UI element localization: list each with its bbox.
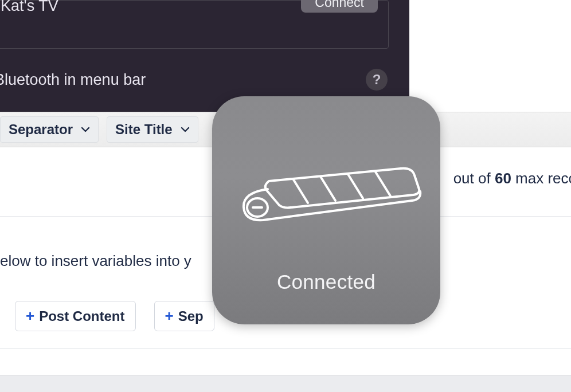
instruction-fragment: elow to insert variables into y	[0, 252, 191, 270]
max-records-value: 60	[495, 170, 511, 187]
max-records-fragment: out of 60 max reco	[453, 170, 571, 187]
add-post-content-button[interactable]: + Post Content	[15, 301, 136, 331]
bluetooth-device-name: Kat's TV	[1, 0, 58, 15]
max-records-suffix: max reco	[511, 170, 571, 187]
site-title-dropdown[interactable]: Site Title	[107, 116, 198, 143]
add-post-content-label: Post Content	[39, 308, 124, 324]
plus-icon: +	[26, 307, 34, 325]
bluetooth-device-row[interactable]: Kat's TV Connect	[0, 0, 389, 49]
bottom-bar	[0, 375, 571, 392]
connect-button[interactable]: Connect	[301, 0, 378, 13]
chevron-down-icon	[81, 125, 90, 134]
plus-icon: +	[165, 307, 174, 325]
svg-line-1	[320, 177, 335, 201]
separator-dropdown[interactable]: Separator	[0, 116, 99, 143]
help-icon: ?	[373, 72, 381, 88]
connection-status-label: Connected	[212, 271, 440, 293]
svg-line-0	[293, 179, 308, 203]
max-records-prefix: out of	[453, 170, 495, 187]
svg-line-3	[376, 172, 390, 196]
add-separator-button[interactable]: + Sep	[154, 301, 214, 331]
connection-hud: Connected	[212, 96, 440, 324]
keyboard-icon	[229, 158, 424, 227]
separator-dropdown-label: Separator	[9, 121, 73, 138]
site-title-dropdown-label: Site Title	[115, 121, 173, 138]
help-button[interactable]: ?	[366, 69, 388, 91]
chevron-down-icon	[181, 125, 190, 134]
svg-line-2	[348, 174, 363, 198]
bluetooth-preferences-panel: Kat's TV Connect Bluetooth in menu bar ?	[0, 0, 409, 112]
horizontal-divider	[0, 348, 571, 349]
add-separator-label-fragment: Sep	[178, 308, 204, 324]
show-bluetooth-menubar-label: Bluetooth in menu bar	[0, 71, 146, 89]
variable-pill-row: + Post Content + Sep	[15, 301, 214, 331]
